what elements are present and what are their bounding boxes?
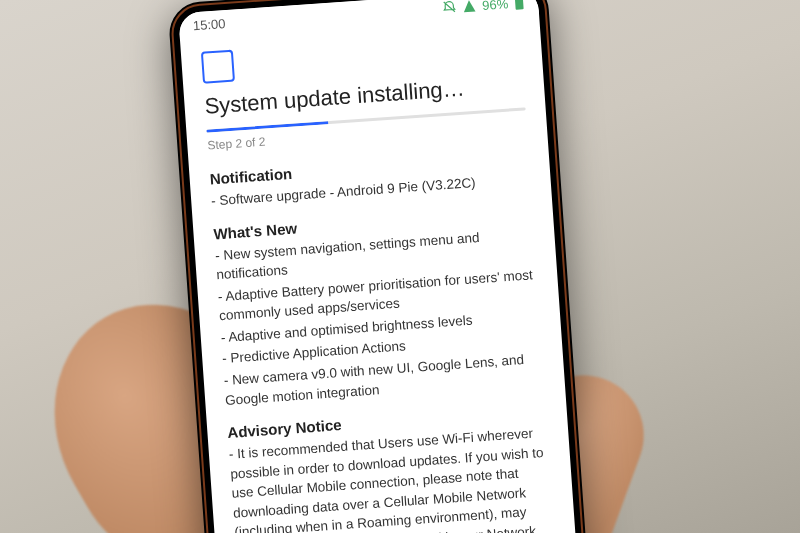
clock: 15:00 — [192, 16, 226, 33]
svg-rect-0 — [515, 0, 524, 10]
phone-screen: 15:00 96% System update installing… Step… — [178, 0, 582, 533]
update-content: System update installing… Step 2 of 2 No… — [180, 14, 578, 533]
phone-frame: NOKIA 15:00 96% System update installing… — [167, 0, 592, 533]
whatsnew-body: - New system navigation, settings menu a… — [214, 224, 545, 410]
battery-percent: 96% — [482, 0, 509, 13]
system-update-icon — [201, 50, 235, 84]
signal-icon — [462, 0, 477, 13]
dnd-icon — [442, 0, 457, 15]
list-item: - It is recommended that Users use Wi-Fi… — [228, 423, 557, 533]
status-right: 96% — [442, 0, 525, 16]
photo-background: NOKIA 15:00 96% System update installing… — [0, 0, 800, 533]
step-label: Step 2 of 2 — [207, 116, 527, 152]
advisory-body: - It is recommended that Users use Wi-Fi… — [228, 423, 557, 533]
battery-icon — [514, 0, 525, 11]
